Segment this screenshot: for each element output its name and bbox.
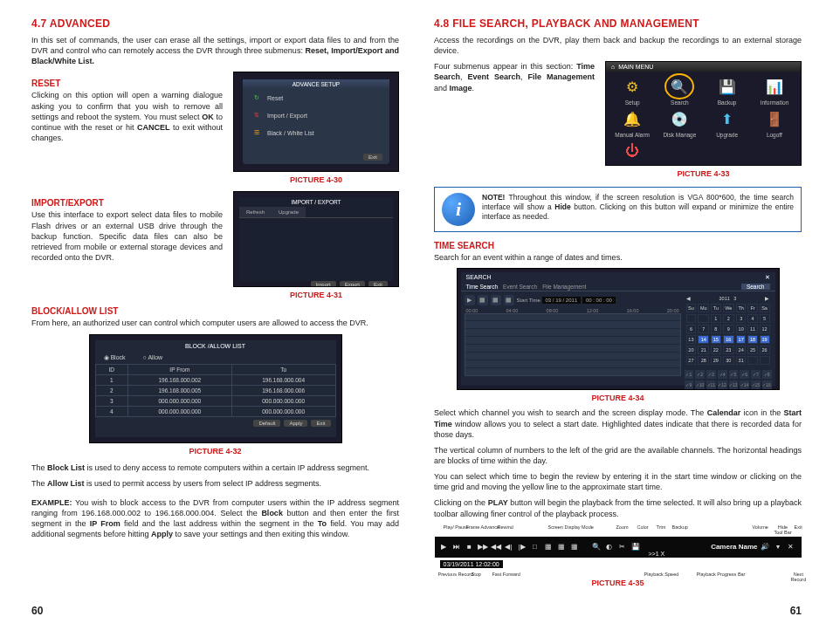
trim-icon[interactable]: ✂ bbox=[617, 542, 628, 552]
search-button[interactable]: Search bbox=[741, 284, 770, 290]
caption-4-34: PICTURE 4-34 bbox=[434, 394, 802, 402]
cal-prev[interactable]: ◀ bbox=[686, 296, 691, 301]
tab-refresh[interactable]: Refresh bbox=[239, 207, 272, 217]
block-example: EXAMPLE: You wish to block access to the… bbox=[31, 497, 399, 540]
color-icon[interactable]: ◐ bbox=[604, 542, 615, 552]
import-export-paragraph: Use this interface to export select data… bbox=[31, 209, 223, 263]
lbl-color: Color bbox=[637, 524, 649, 530]
grid3-icon[interactable]: ▦ bbox=[504, 295, 514, 305]
home-icon: ⌂ bbox=[611, 64, 615, 70]
apply-button[interactable]: Apply bbox=[284, 420, 307, 427]
list-icon: ☰ bbox=[251, 127, 262, 138]
exit-button[interactable]: Exit bbox=[311, 420, 330, 427]
caption-4-33: PICTURE 4-33 bbox=[605, 169, 802, 178]
screen-1-icon[interactable]: □ bbox=[530, 542, 540, 552]
default-button[interactable]: Default bbox=[253, 420, 280, 427]
menu-import-export[interactable]: Import / Export bbox=[267, 113, 307, 119]
lbl-fast-forward: Fast Forward bbox=[492, 572, 520, 577]
radio-allow[interactable]: ○ bbox=[143, 354, 147, 360]
lbl-screen-mode: Screen Display Mode bbox=[548, 524, 594, 530]
block-allow-title: BLOCK /ALLOW LIST bbox=[95, 340, 336, 352]
lbl-next-record: Next Record bbox=[791, 572, 807, 582]
menu-shutdown[interactable]: ⏻Shut Down bbox=[609, 140, 655, 166]
radio-block[interactable]: ◉ bbox=[104, 354, 109, 360]
picture-4-34: SEARCH✕ Time Search Event Search File Ma… bbox=[457, 268, 780, 390]
menu-reset[interactable]: Reset bbox=[267, 95, 283, 101]
zoom-icon[interactable]: 🔍 bbox=[591, 542, 602, 552]
picture-4-30: ADVANCE SETUP ↻Reset ⇅Import / Export ☰B… bbox=[233, 72, 399, 172]
lbl-play-pause: Play/ Pause bbox=[444, 524, 469, 530]
menu-search[interactable]: 🔍Search bbox=[657, 75, 702, 106]
ts-p5: Clicking on the PLAY button will begin t… bbox=[434, 497, 802, 518]
prev-record-icon[interactable]: ◀| bbox=[504, 542, 514, 552]
reset-icon: ↻ bbox=[251, 92, 262, 103]
menu-logoff[interactable]: 🚪Logoff bbox=[752, 107, 797, 138]
lbl-stop: Stop bbox=[472, 572, 481, 577]
caption-4-32: PICTURE 4-32 bbox=[31, 447, 399, 456]
submenu-list: Four submenus appear in this section: Ti… bbox=[434, 61, 595, 92]
lbl-frame-advance: Frame Advance bbox=[466, 524, 500, 530]
tab-event-search[interactable]: Event Search bbox=[503, 284, 537, 290]
menu-upgrade[interactable]: ⬆Upgrade bbox=[705, 107, 750, 138]
lbl-hide-toolbar: Hide Tool Bar bbox=[774, 524, 793, 535]
block-list-desc: The Block List is used to deny access to… bbox=[31, 462, 399, 473]
cal-next[interactable]: ▶ bbox=[765, 296, 769, 301]
frame-advance-icon[interactable]: ⏭ bbox=[451, 542, 462, 552]
lbl-backup: Backup bbox=[672, 524, 688, 530]
advance-setup-title: ADVANCE SETUP bbox=[243, 79, 389, 89]
ts-p3: The vertical column of numbers to the le… bbox=[434, 445, 802, 466]
import-button[interactable]: Import bbox=[311, 281, 336, 287]
tab-file-mgmt[interactable]: File Management bbox=[542, 284, 586, 290]
page-number-right: 61 bbox=[790, 605, 802, 617]
playback-speed: >>1 X bbox=[649, 551, 665, 557]
caption-4-31: PICTURE 4-31 bbox=[233, 291, 399, 299]
block-allow-intro: From here, an authorized user can contro… bbox=[31, 318, 399, 328]
import-export-heading: IMPORT/EXPORT bbox=[31, 198, 223, 208]
exit-button[interactable]: Exit bbox=[368, 281, 388, 287]
time-grid[interactable] bbox=[465, 313, 681, 376]
grid1-icon[interactable]: ▦ bbox=[478, 295, 488, 305]
menu-backup[interactable]: 💾Backup bbox=[705, 75, 750, 106]
backup-icon[interactable]: 💾 bbox=[630, 542, 641, 552]
playback-timestamp: 03/19/2011 12:02:00 bbox=[440, 560, 503, 568]
reset-heading: RESET bbox=[31, 79, 223, 88]
next-record-icon[interactable]: |▶ bbox=[517, 542, 527, 552]
stop-icon[interactable]: ■ bbox=[465, 542, 475, 552]
fast-forward-icon[interactable]: ▶▶ bbox=[478, 542, 488, 552]
exit-icon[interactable]: ✕ bbox=[786, 542, 796, 552]
lbl-prev-record: Previous Record bbox=[438, 572, 474, 577]
lbl-trim: Trim bbox=[657, 524, 666, 530]
menu-manual-alarm[interactable]: 🔔Manual Alarm bbox=[609, 107, 655, 138]
caption-4-30: PICTURE 4-30 bbox=[233, 175, 399, 184]
tab-time-search[interactable]: Time Search bbox=[466, 284, 499, 290]
play-icon[interactable]: ▶ bbox=[465, 295, 475, 305]
menu-black-white[interactable]: Black / White List bbox=[267, 130, 314, 136]
screen-9-icon[interactable]: ▦ bbox=[556, 542, 567, 552]
menu-setup[interactable]: ⚙Setup bbox=[609, 75, 655, 106]
screen-16-icon[interactable]: ▦ bbox=[569, 542, 580, 552]
tab-upgrade[interactable]: Upgrade bbox=[272, 207, 306, 217]
lbl-exit: Exit bbox=[795, 524, 802, 530]
picture-4-32: BLOCK /ALLOW LIST ◉ Block ○ Allow IDIP F… bbox=[89, 334, 342, 443]
menu-information[interactable]: 📊Information bbox=[752, 75, 797, 106]
intro-4-8: Access the recordings on the DVR, play t… bbox=[434, 35, 802, 56]
ts-p4: You can select which time to begin the r… bbox=[434, 471, 802, 492]
volume-icon[interactable]: 🔊 bbox=[760, 542, 770, 552]
exit-button[interactable]: Exit bbox=[363, 154, 382, 161]
info-icon: i bbox=[442, 193, 475, 226]
grid2-icon[interactable]: ▦ bbox=[491, 295, 501, 305]
rewind-icon[interactable]: ◀◀ bbox=[491, 542, 501, 552]
export-button[interactable]: Export bbox=[340, 281, 365, 287]
menu-disk-manage[interactable]: 💿Disk Manage bbox=[657, 107, 702, 138]
picture-4-31: IMPORT / EXPORT RefreshUpgrade Import Ex… bbox=[233, 191, 399, 287]
time-search-intro: Search for an event within a range of da… bbox=[434, 252, 802, 263]
import-export-icon: ⇅ bbox=[251, 110, 262, 120]
lbl-progress-bar: Playback Progress Bar bbox=[697, 572, 746, 577]
note-box: i NOTE! Throughout this window, if the s… bbox=[434, 187, 802, 232]
hide-icon[interactable]: ▾ bbox=[773, 542, 783, 552]
picture-4-35: Play/ Pause Frame Advance Rewind Screen … bbox=[435, 524, 802, 568]
screen-4-icon[interactable]: ▦ bbox=[543, 542, 554, 552]
page-number-left: 60 bbox=[31, 605, 43, 617]
caption-4-35: PICTURE 4-35 bbox=[434, 579, 802, 587]
play-pause-icon[interactable]: ▶ bbox=[438, 542, 449, 552]
